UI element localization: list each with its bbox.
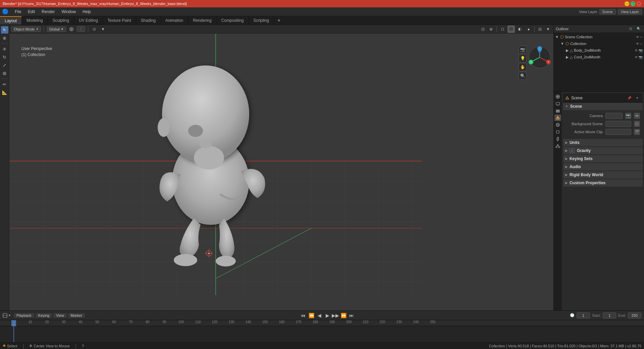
tab-sculpting[interactable]: Sculpting	[48, 16, 74, 24]
outliner-cord-2ndmonth[interactable]: ▶ △ Cord_2ndMonth 👁 📷	[554, 54, 644, 60]
move-tool-button[interactable]: ✛	[1, 45, 8, 53]
annotate-tool-button[interactable]: ✏	[1, 81, 8, 88]
bg-browse[interactable]: ⬡	[634, 121, 640, 127]
outliner-scene-collection[interactable]: ▼ ⬡ Scene Collection 👁 ✓	[554, 34, 644, 40]
proportional-edit[interactable]: ⊙	[91, 26, 98, 33]
measure-tool-button[interactable]: 📐	[1, 89, 8, 96]
gizmo-toggle[interactable]: ⊕	[488, 26, 494, 33]
tab-layout[interactable]: Layout	[0, 16, 22, 24]
exclude-btn-2[interactable]: ✓	[640, 42, 643, 46]
cam-btn-3[interactable]: 📷	[639, 49, 643, 52]
tab-uv-editing[interactable]: UV Editing	[74, 16, 103, 24]
camera-browse[interactable]: 📷	[625, 113, 631, 119]
active-clip-value[interactable]	[605, 129, 631, 135]
snap-options[interactable]: ⋮	[77, 26, 85, 32]
prop-scene-tab[interactable]	[554, 114, 561, 121]
outliner-body-2ndmonth[interactable]: ▶ △ Body_2ndMonth 👁 📷	[554, 47, 644, 54]
global-selector[interactable]: Global ▼	[47, 27, 66, 32]
3d-scene[interactable]: User Perspective (1) Collection	[9, 34, 553, 310]
vis-btn[interactable]: 👁	[636, 35, 639, 39]
cameras-button[interactable]: 📷	[519, 46, 527, 54]
tab-animation[interactable]: Animation	[161, 16, 188, 24]
overlay-toggle[interactable]: ⊡	[480, 26, 486, 33]
jump-end-button[interactable]: ⏭	[348, 312, 355, 319]
tab-shading[interactable]: Shading	[136, 16, 161, 24]
next-keyframe-button[interactable]: ⏩	[340, 312, 347, 319]
prop-object-tab[interactable]	[554, 129, 561, 135]
units-section-header[interactable]: ▶ Units	[563, 139, 643, 146]
exclude-btn[interactable]: ✓	[640, 35, 643, 39]
marker-menu[interactable]: Marker	[68, 313, 85, 318]
tab-compositing[interactable]: Compositing	[217, 16, 249, 24]
camera-value[interactable]	[605, 113, 623, 119]
navigation-gizmo[interactable]: Z X Y	[528, 46, 548, 66]
tab-modeling[interactable]: Modeling	[22, 16, 48, 24]
pan-button[interactable]: ✋	[519, 63, 527, 71]
editor-type-menu[interactable]: ⊟	[537, 26, 543, 33]
playback-menu[interactable]: Playback	[14, 313, 34, 318]
shading-render[interactable]: ●	[525, 26, 532, 33]
scene-section-header[interactable]: ▼ Scene	[563, 103, 643, 110]
keying-sets-header[interactable]: ▶ Keying Sets	[563, 155, 643, 162]
outliner-search[interactable]: 🔍	[635, 26, 642, 32]
shading-material[interactable]: ◐	[516, 26, 524, 33]
prop-modifier-tab[interactable]	[554, 136, 561, 142]
tab-scripting[interactable]: Scripting	[249, 16, 274, 24]
clip-browse[interactable]: 🎬	[634, 129, 640, 135]
prop-output-tab[interactable]	[554, 100, 561, 107]
end-frame-input[interactable]	[628, 312, 641, 318]
close-button[interactable]: ✕	[637, 1, 641, 6]
prop-physics-tab[interactable]	[554, 143, 561, 149]
scene-selector[interactable]: Scene	[599, 9, 616, 14]
menu-window[interactable]: Window	[59, 9, 78, 15]
menu-file[interactable]: File	[12, 9, 24, 15]
vis-btn-3[interactable]: 👁	[635, 49, 638, 52]
minimize-button[interactable]: —	[625, 1, 629, 6]
outliner-filter[interactable]: ⊡	[627, 26, 634, 32]
prev-keyframe-button[interactable]: ⏪	[308, 312, 315, 319]
shading-wireframe[interactable]: ◻	[499, 26, 506, 33]
props-close[interactable]: ✕	[634, 95, 641, 101]
prop-viewlayer-tab[interactable]	[554, 107, 561, 114]
gravity-checkbox[interactable]: ✓	[570, 148, 574, 153]
scale-tool-button[interactable]: ⤢	[1, 61, 8, 69]
menu-render[interactable]: Render	[39, 9, 57, 15]
add-workspace-button[interactable]: +	[274, 16, 284, 24]
zoom-button[interactable]: 🔍	[519, 72, 527, 80]
custom-props-header[interactable]: ▶ Custom Properties	[563, 179, 643, 187]
shading-solid[interactable]: ⬛	[507, 26, 515, 33]
prev-frame-button[interactable]: ◀	[316, 312, 323, 319]
lights-button[interactable]: 💡	[519, 54, 527, 62]
maximize-button[interactable]: ❐	[631, 1, 635, 6]
keying-menu[interactable]: Keying	[36, 313, 52, 318]
viewport-menu[interactable]: ▼	[545, 26, 551, 33]
background-scene-value[interactable]	[605, 121, 631, 127]
menu-edit[interactable]: Edit	[25, 9, 38, 15]
props-pin[interactable]: 📌	[626, 95, 633, 101]
transform-tool-button[interactable]: ⊞	[1, 69, 8, 77]
cursor-tool-button[interactable]: ⊕	[1, 34, 8, 42]
viewport-area[interactable]: Object Mode ▼ Global ▼ ⋮ ⊙ ▼ ⊡ ⊕ ◻	[9, 25, 553, 310]
cam-btn-4[interactable]: 📷	[639, 55, 643, 59]
vis-btn-2[interactable]: 👁	[636, 42, 639, 46]
rotate-tool-button[interactable]: ↻	[1, 53, 8, 61]
audio-section-header[interactable]: ▶ Audio	[563, 163, 643, 170]
start-frame-input[interactable]	[603, 312, 616, 318]
menu-help[interactable]: Help	[80, 9, 94, 15]
view-menu[interactable]: View	[53, 313, 67, 318]
play-button[interactable]: ▶	[324, 312, 331, 319]
current-frame-input[interactable]	[577, 312, 590, 318]
rigid-body-section-header[interactable]: ▶ Rigid Body World	[563, 171, 643, 179]
next-frame-button[interactable]: ▶▶	[332, 312, 339, 319]
viewlayer-selector[interactable]: View Layer	[618, 9, 642, 14]
vis-btn-4[interactable]: 👁	[635, 55, 638, 59]
prop-render-tab[interactable]	[554, 93, 561, 100]
mode-selector[interactable]: Object Mode ▼	[11, 27, 41, 32]
camera-edit[interactable]: ✏	[634, 113, 640, 119]
select-tool-button[interactable]	[1, 26, 8, 34]
tab-rendering[interactable]: Rendering	[188, 16, 216, 24]
prop-world-tab[interactable]	[554, 121, 561, 128]
tab-texture-paint[interactable]: Texture Paint	[103, 16, 136, 24]
gravity-section-header[interactable]: ▶ ✓ Gravity	[563, 147, 643, 154]
jump-start-button[interactable]: ⏮	[300, 312, 307, 319]
